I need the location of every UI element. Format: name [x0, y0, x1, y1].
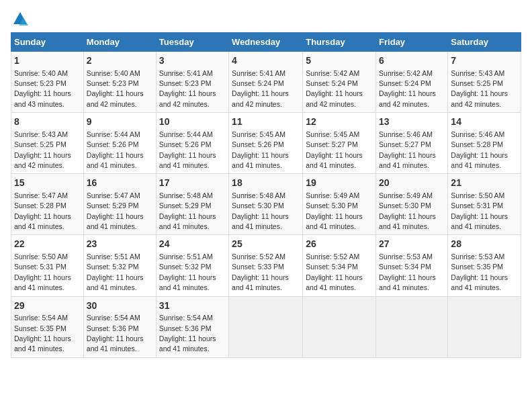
- day-info: Sunrise: 5:51 AM Sunset: 5:32 PM Dayligh…: [159, 253, 216, 291]
- day-info: Sunrise: 5:42 AM Sunset: 5:24 PM Dayligh…: [379, 69, 436, 108]
- day-number: 24: [159, 238, 226, 251]
- day-info: Sunrise: 5:41 AM Sunset: 5:24 PM Dayligh…: [232, 69, 289, 108]
- day-number: 23: [87, 238, 153, 251]
- day-info: Sunrise: 5:54 AM Sunset: 5:35 PM Dayligh…: [14, 314, 71, 353]
- calendar-cell: 12Sunrise: 5:45 AM Sunset: 5:27 PM Dayli…: [303, 113, 376, 174]
- calendar-cell: 28Sunrise: 5:53 AM Sunset: 5:35 PM Dayli…: [448, 235, 521, 296]
- calendar-cell: 29Sunrise: 5:54 AM Sunset: 5:35 PM Dayli…: [11, 296, 84, 357]
- col-header-wednesday: Wednesday: [229, 33, 303, 52]
- calendar-cell: [303, 296, 376, 357]
- day-number: 4: [232, 54, 300, 68]
- calendar-cell: 4Sunrise: 5:41 AM Sunset: 5:24 PM Daylig…: [229, 52, 303, 113]
- calendar-cell: 18Sunrise: 5:48 AM Sunset: 5:30 PM Dayli…: [229, 174, 303, 235]
- day-number: 16: [87, 177, 153, 190]
- day-number: 30: [87, 300, 153, 313]
- day-number: 18: [232, 177, 300, 190]
- day-number: 7: [451, 54, 518, 68]
- day-number: 31: [159, 300, 226, 313]
- calendar-cell: 25Sunrise: 5:52 AM Sunset: 5:33 PM Dayli…: [229, 235, 303, 296]
- day-info: Sunrise: 5:48 AM Sunset: 5:30 PM Dayligh…: [232, 191, 289, 230]
- day-number: 3: [159, 54, 226, 68]
- day-number: 5: [306, 54, 373, 68]
- calendar-cell: 23Sunrise: 5:51 AM Sunset: 5:32 PM Dayli…: [83, 235, 156, 296]
- calendar-week-1: 1Sunrise: 5:40 AM Sunset: 5:23 PM Daylig…: [11, 52, 521, 113]
- day-number: 17: [159, 177, 226, 190]
- day-number: 13: [379, 116, 445, 129]
- calendar-cell: 27Sunrise: 5:53 AM Sunset: 5:34 PM Dayli…: [376, 235, 448, 296]
- day-info: Sunrise: 5:41 AM Sunset: 5:23 PM Dayligh…: [159, 69, 216, 108]
- calendar-cell: 1Sunrise: 5:40 AM Sunset: 5:23 PM Daylig…: [11, 52, 84, 113]
- day-info: Sunrise: 5:49 AM Sunset: 5:30 PM Dayligh…: [306, 191, 363, 230]
- day-info: Sunrise: 5:50 AM Sunset: 5:31 PM Dayligh…: [14, 253, 71, 291]
- calendar-cell: 21Sunrise: 5:50 AM Sunset: 5:31 PM Dayli…: [448, 174, 521, 235]
- calendar-week-2: 8Sunrise: 5:43 AM Sunset: 5:25 PM Daylig…: [11, 113, 521, 174]
- day-number: 29: [14, 300, 81, 313]
- day-number: 26: [306, 238, 373, 251]
- calendar-cell: [448, 296, 521, 357]
- day-info: Sunrise: 5:44 AM Sunset: 5:26 PM Dayligh…: [87, 130, 144, 169]
- day-number: 27: [379, 238, 445, 251]
- day-info: Sunrise: 5:46 AM Sunset: 5:28 PM Dayligh…: [451, 130, 508, 169]
- calendar-cell: 15Sunrise: 5:47 AM Sunset: 5:28 PM Dayli…: [11, 174, 84, 235]
- day-number: 1: [14, 54, 81, 68]
- calendar-cell: 26Sunrise: 5:52 AM Sunset: 5:34 PM Dayli…: [303, 235, 376, 296]
- calendar-cell: [376, 296, 448, 357]
- calendar-cell: 7Sunrise: 5:43 AM Sunset: 5:25 PM Daylig…: [448, 52, 521, 113]
- day-info: Sunrise: 5:40 AM Sunset: 5:23 PM Dayligh…: [14, 69, 71, 108]
- day-number: 9: [87, 116, 153, 129]
- day-info: Sunrise: 5:52 AM Sunset: 5:33 PM Dayligh…: [232, 253, 289, 291]
- day-number: 10: [159, 116, 226, 129]
- day-number: 15: [14, 177, 81, 190]
- calendar-cell: 9Sunrise: 5:44 AM Sunset: 5:26 PM Daylig…: [83, 113, 156, 174]
- day-info: Sunrise: 5:47 AM Sunset: 5:28 PM Dayligh…: [14, 191, 71, 230]
- day-info: Sunrise: 5:48 AM Sunset: 5:29 PM Dayligh…: [159, 191, 216, 230]
- calendar-cell: 19Sunrise: 5:49 AM Sunset: 5:30 PM Dayli…: [303, 174, 376, 235]
- day-info: Sunrise: 5:45 AM Sunset: 5:26 PM Dayligh…: [232, 130, 289, 169]
- col-header-tuesday: Tuesday: [156, 33, 228, 52]
- calendar-cell: 2Sunrise: 5:40 AM Sunset: 5:23 PM Daylig…: [83, 52, 156, 113]
- day-number: 20: [379, 177, 445, 190]
- logo-text: [11, 11, 28, 27]
- logo: [11, 11, 28, 27]
- calendar-week-4: 22Sunrise: 5:50 AM Sunset: 5:31 PM Dayli…: [11, 235, 521, 296]
- day-info: Sunrise: 5:47 AM Sunset: 5:29 PM Dayligh…: [87, 191, 144, 230]
- day-number: 21: [451, 177, 518, 190]
- day-info: Sunrise: 5:45 AM Sunset: 5:27 PM Dayligh…: [306, 130, 363, 169]
- calendar-cell: 8Sunrise: 5:43 AM Sunset: 5:25 PM Daylig…: [11, 113, 84, 174]
- day-number: 28: [451, 238, 518, 251]
- day-number: 2: [87, 54, 153, 68]
- day-info: Sunrise: 5:42 AM Sunset: 5:24 PM Dayligh…: [306, 69, 363, 108]
- day-info: Sunrise: 5:53 AM Sunset: 5:34 PM Dayligh…: [379, 253, 436, 291]
- col-header-monday: Monday: [83, 33, 156, 52]
- calendar-cell: 17Sunrise: 5:48 AM Sunset: 5:29 PM Dayli…: [156, 174, 228, 235]
- col-header-sunday: Sunday: [11, 33, 84, 52]
- day-number: 22: [14, 238, 81, 251]
- calendar-cell: 30Sunrise: 5:54 AM Sunset: 5:36 PM Dayli…: [83, 296, 156, 357]
- col-header-thursday: Thursday: [303, 33, 376, 52]
- day-info: Sunrise: 5:50 AM Sunset: 5:31 PM Dayligh…: [451, 191, 508, 230]
- day-number: 12: [306, 116, 373, 129]
- day-info: Sunrise: 5:53 AM Sunset: 5:35 PM Dayligh…: [451, 253, 508, 291]
- calendar-cell: 13Sunrise: 5:46 AM Sunset: 5:27 PM Dayli…: [376, 113, 448, 174]
- calendar-cell: 31Sunrise: 5:54 AM Sunset: 5:36 PM Dayli…: [156, 296, 228, 357]
- day-info: Sunrise: 5:49 AM Sunset: 5:30 PM Dayligh…: [379, 191, 436, 230]
- day-info: Sunrise: 5:46 AM Sunset: 5:27 PM Dayligh…: [379, 130, 436, 169]
- day-number: 19: [306, 177, 373, 190]
- day-number: 11: [232, 116, 300, 129]
- calendar-cell: 11Sunrise: 5:45 AM Sunset: 5:26 PM Dayli…: [229, 113, 303, 174]
- calendar-cell: 20Sunrise: 5:49 AM Sunset: 5:30 PM Dayli…: [376, 174, 448, 235]
- header: [11, 11, 521, 27]
- calendar-cell: 16Sunrise: 5:47 AM Sunset: 5:29 PM Dayli…: [83, 174, 156, 235]
- calendar-cell: 10Sunrise: 5:44 AM Sunset: 5:26 PM Dayli…: [156, 113, 228, 174]
- calendar-week-5: 29Sunrise: 5:54 AM Sunset: 5:35 PM Dayli…: [11, 296, 521, 357]
- calendar-week-3: 15Sunrise: 5:47 AM Sunset: 5:28 PM Dayli…: [11, 174, 521, 235]
- day-info: Sunrise: 5:52 AM Sunset: 5:34 PM Dayligh…: [306, 253, 363, 291]
- calendar-cell: 5Sunrise: 5:42 AM Sunset: 5:24 PM Daylig…: [303, 52, 376, 113]
- calendar-cell: 6Sunrise: 5:42 AM Sunset: 5:24 PM Daylig…: [376, 52, 448, 113]
- day-info: Sunrise: 5:54 AM Sunset: 5:36 PM Dayligh…: [87, 314, 144, 353]
- calendar-cell: 14Sunrise: 5:46 AM Sunset: 5:28 PM Dayli…: [448, 113, 521, 174]
- col-header-saturday: Saturday: [448, 33, 521, 52]
- day-number: 6: [379, 54, 445, 68]
- day-number: 14: [451, 116, 518, 129]
- calendar-cell: 24Sunrise: 5:51 AM Sunset: 5:32 PM Dayli…: [156, 235, 228, 296]
